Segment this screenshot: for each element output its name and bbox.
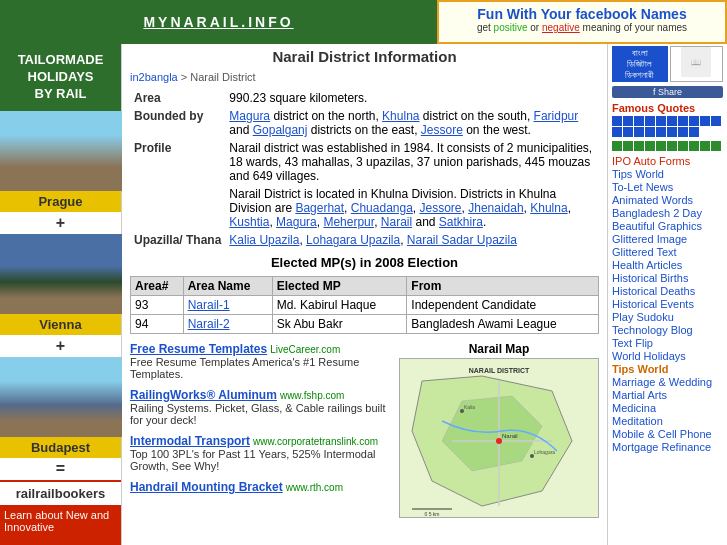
sidebar-link-item: Mortgage Refinance — [612, 441, 723, 453]
sidebar-link-14[interactable]: Text Flip — [612, 337, 653, 349]
bangla-dict-widget[interactable]: 📖 — [670, 46, 724, 82]
sidebar-link-13[interactable]: Technology Blog — [612, 324, 693, 336]
sidebar-link-11[interactable]: Historical Events — [612, 298, 694, 310]
blue-block — [634, 116, 644, 126]
khulna2-link[interactable]: Khulna — [530, 201, 567, 215]
sidebar-link-item: IPO Auto Forms — [612, 155, 723, 167]
col-area-num: Area# — [131, 277, 184, 296]
city-budapest-label[interactable]: Budapest — [0, 437, 121, 458]
sidebar-link-6[interactable]: Glittered Image — [612, 233, 687, 245]
upazila-row: Upazilla/ Thana Kalia Upazila, Lohagara … — [130, 231, 599, 249]
khulna-link[interactable]: Khulna — [382, 109, 419, 123]
sidebar-link-item: Glittered Text — [612, 246, 723, 258]
ad-head-1[interactable]: Free Resume Templates — [130, 342, 267, 356]
plus-icon-2: + — [0, 335, 121, 357]
dictionary-text: ডিকশনারী — [614, 70, 666, 81]
site-name-link[interactable]: MYNARAIL.INFO — [143, 14, 293, 30]
sidebar-link-4[interactable]: Bangladesh 2 Day — [612, 207, 702, 219]
blue-block — [634, 127, 644, 137]
sidebar-link-20[interactable]: Meditation — [612, 415, 663, 427]
chuadanga-link[interactable]: Chuadanga — [351, 201, 413, 215]
top-banner[interactable]: MYNARAIL.INFO — [0, 0, 437, 44]
sidebar-link-22[interactable]: Mortgage Refinance — [612, 441, 711, 453]
ad-banner[interactable]: Fun With Your facebook Names get positiv… — [437, 0, 727, 44]
sidebar-link-19[interactable]: Medicina — [612, 402, 656, 414]
narail-sadar-link[interactable]: Narail Sadar Upazila — [407, 233, 517, 247]
blue-block — [689, 116, 699, 126]
mp-name-0: Md. Kabirul Haque — [272, 296, 407, 315]
blue-block — [700, 116, 710, 126]
sidebar-link-16[interactable]: Tips World — [612, 363, 668, 375]
ad-positive: positive — [494, 22, 528, 33]
mp-table-header: Area# Area Name Elected MP From — [131, 277, 599, 296]
election-title: Elected MP(s) in 2008 Election — [130, 255, 599, 270]
sidebar-link-0[interactable]: IPO Auto Forms — [612, 155, 690, 167]
sidebar-link-1[interactable]: Tips World — [612, 168, 664, 180]
prague-image — [0, 111, 122, 191]
fb-share-button[interactable]: f Share — [612, 86, 723, 98]
sidebar-link-item: Tips World — [612, 363, 723, 375]
breadcrumb-link[interactable]: in2bangla — [130, 71, 178, 83]
jhenaidah-link[interactable]: Jhenaidah — [468, 201, 523, 215]
sidebar-link-7[interactable]: Glittered Text — [612, 246, 677, 258]
sidebar-link-21[interactable]: Mobile & Cell Phone — [612, 428, 712, 440]
kushtia-link[interactable]: Kushtia — [229, 215, 269, 229]
sidebar-link-5[interactable]: Beautiful Graphics — [612, 220, 702, 232]
sidebar-link-17[interactable]: Marriage & Wedding — [612, 376, 712, 388]
blue-block — [656, 127, 666, 137]
jessore-link[interactable]: Jessore — [421, 123, 463, 137]
city-prague-label[interactable]: Prague — [0, 191, 121, 212]
green-block — [612, 141, 622, 151]
bounded-row: Bounded by Magura district on the north,… — [130, 107, 599, 139]
bangla-box[interactable]: বাংলা ডিজিটাল ডিকশনারী — [612, 46, 668, 82]
ad-desc-2: Railing Systems. Picket, Glass, & Cable … — [130, 402, 386, 426]
right-links-list: IPO Auto FormsTips WorldTo-Let NewsAnima… — [612, 155, 723, 453]
green-block — [678, 141, 688, 151]
sidebar-link-item: Meditation — [612, 415, 723, 427]
ad-subtitle: get positive or negative meaning of your… — [445, 22, 719, 33]
ad-head-3[interactable]: Intermodal Transport — [130, 434, 250, 448]
right-top-widgets: বাংলা ডিজিটাল ডিকশনারী 📖 — [612, 46, 723, 82]
bagerhat-link[interactable]: Bagerhat — [295, 201, 344, 215]
lohagara-link[interactable]: Lohagara Upazila — [306, 233, 400, 247]
sidebar-link-item: Tips World — [612, 168, 723, 180]
satkhira-link[interactable]: Satkhira — [439, 215, 483, 229]
plus-icon-1: + — [0, 212, 121, 234]
gopalganj-link[interactable]: Gopalganj — [253, 123, 308, 137]
profile-label: Profile — [130, 139, 225, 231]
sidebar-link-item: Technology Blog — [612, 324, 723, 336]
ad-head-2[interactable]: RailingWorks® Aluminum — [130, 388, 277, 402]
map-column: Narail Map NARAIL DISTRICT — [399, 342, 599, 518]
ad-head-4[interactable]: Handrail Mounting Bracket — [130, 480, 283, 494]
blue-block — [623, 116, 633, 126]
profile-value: Narail district was established in 1984.… — [225, 139, 599, 231]
blue-block — [623, 127, 633, 137]
narail-link[interactable]: Narail — [381, 215, 412, 229]
famous-quotes-label: Famous Quotes — [612, 102, 723, 114]
page-title: Narail District Information — [130, 48, 599, 65]
city-vienna-label[interactable]: Vienna — [0, 314, 121, 335]
magura-link[interactable]: Magura — [229, 109, 270, 123]
sidebar-link-2[interactable]: To-Let News — [612, 181, 673, 193]
sidebar-link-15[interactable]: World Holidays — [612, 350, 686, 362]
railbookers-section[interactable]: railrailbookers — [0, 480, 121, 505]
meherpur-link[interactable]: Meherpur — [323, 215, 374, 229]
sidebar-link-8[interactable]: Health Articles — [612, 259, 682, 271]
magura2-link[interactable]: Magura — [276, 215, 317, 229]
area-name-0[interactable]: Narail-1 — [183, 296, 272, 315]
sidebar-link-18[interactable]: Martial Arts — [612, 389, 667, 401]
ad-desc-3: Top 100 3PL's for Past 11 Years, 525% In… — [130, 448, 375, 472]
faridpur-link[interactable]: Faridpur — [534, 109, 579, 123]
blue-block — [612, 127, 622, 137]
sidebar-link-12[interactable]: Play Sudoku — [612, 311, 674, 323]
jessore2-link[interactable]: Jessore — [420, 201, 462, 215]
sidebar-link-9[interactable]: Historical Births — [612, 272, 688, 284]
mp-table: Area# Area Name Elected MP From 93 Narai… — [130, 276, 599, 334]
sidebar-link-10[interactable]: Historical Deaths — [612, 285, 695, 297]
col-from: From — [407, 277, 599, 296]
map-title: Narail Map — [399, 342, 599, 356]
area-name-1[interactable]: Narail-2 — [183, 315, 272, 334]
kalia-link[interactable]: Kalia Upazila — [229, 233, 299, 247]
sidebar-link-item: Health Articles — [612, 259, 723, 271]
sidebar-link-3[interactable]: Animated Words — [612, 194, 693, 206]
